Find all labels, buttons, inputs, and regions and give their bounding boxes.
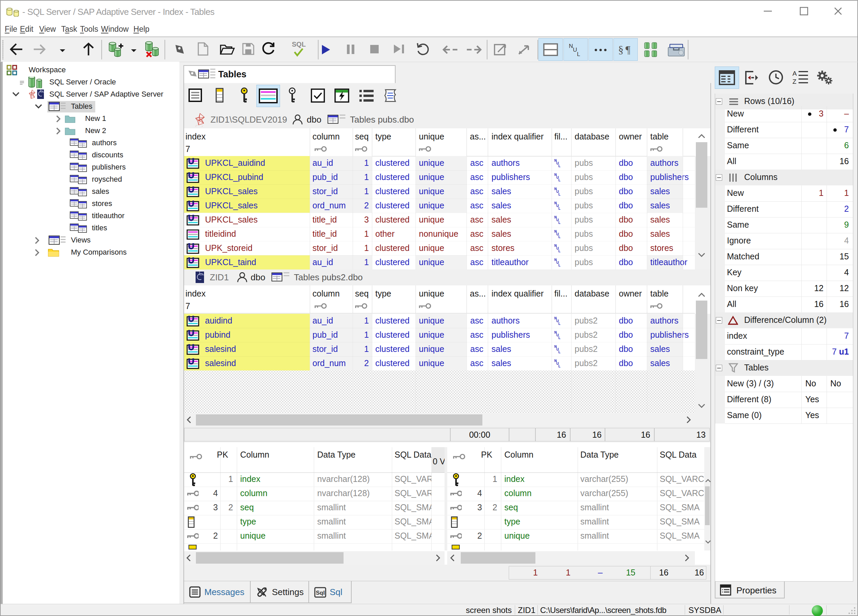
- svg-text:L: L: [577, 51, 580, 57]
- svg-text:L: L: [558, 322, 560, 326]
- svg-text:SQL: SQL: [292, 40, 306, 48]
- svg-text:A: A: [793, 70, 797, 77]
- svg-text:Z: Z: [793, 78, 796, 85]
- svg-text:Sql: Sql: [316, 590, 325, 596]
- svg-text:¶: ¶: [625, 43, 631, 56]
- svg-text:L: L: [558, 365, 560, 368]
- svg-text:§: §: [618, 43, 623, 56]
- svg-text:L: L: [558, 264, 560, 267]
- svg-text:U: U: [573, 47, 577, 53]
- svg-text:N: N: [569, 43, 573, 49]
- svg-text:L: L: [558, 178, 560, 182]
